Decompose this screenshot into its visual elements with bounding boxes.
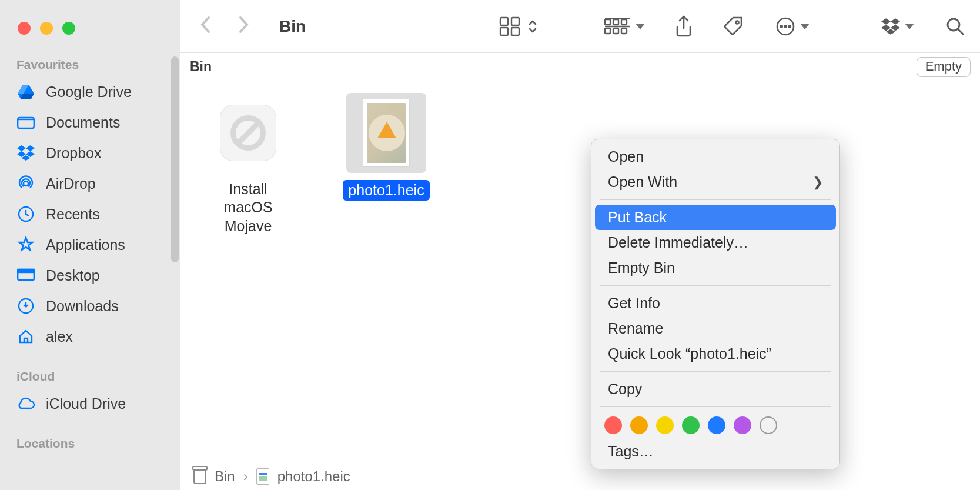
tag-color-blue[interactable] bbox=[708, 416, 725, 434]
context-menu: Open Open With❯ Put Back Delete Immediat… bbox=[591, 139, 840, 469]
prohibited-app-icon bbox=[220, 105, 276, 161]
sidebar-item-airdrop[interactable]: AirDrop bbox=[0, 168, 180, 199]
action-button[interactable] bbox=[775, 15, 810, 38]
sidebar-item-label: Documents bbox=[46, 114, 120, 131]
google-drive-icon bbox=[16, 82, 35, 101]
menu-item-label: Quick Look “photo1.heic” bbox=[608, 345, 771, 362]
close-window-button[interactable] bbox=[18, 22, 31, 35]
sidebar-item-downloads[interactable]: Downloads bbox=[0, 291, 180, 321]
dropbox-icon bbox=[16, 144, 35, 162]
share-button[interactable] bbox=[674, 15, 693, 38]
svg-point-21 bbox=[784, 25, 787, 28]
location-bar: Bin Empty bbox=[180, 53, 980, 81]
back-button[interactable] bbox=[195, 14, 217, 39]
svg-point-23 bbox=[948, 19, 959, 31]
svg-rect-9 bbox=[511, 28, 519, 35]
downloads-icon bbox=[16, 296, 35, 315]
svg-point-20 bbox=[780, 25, 782, 28]
file-thumbnail bbox=[346, 93, 426, 173]
menu-item-tags[interactable]: Tags… bbox=[595, 439, 836, 464]
menu-item-rename[interactable]: Rename bbox=[595, 316, 836, 341]
toolbar: Bin bbox=[180, 0, 980, 53]
view-icons-button[interactable] bbox=[499, 15, 538, 38]
desktop-icon bbox=[16, 266, 35, 285]
sidebar-item-label: Applications bbox=[46, 236, 125, 254]
dropbox-toolbar-button[interactable] bbox=[881, 15, 914, 38]
tag-color-green[interactable] bbox=[682, 416, 700, 434]
svg-rect-13 bbox=[613, 28, 618, 34]
menu-item-label: Put Back bbox=[608, 209, 667, 226]
maximize-window-button[interactable] bbox=[62, 22, 75, 35]
path-bar: Bin › photo1.heic bbox=[180, 462, 980, 490]
window-title: Bin bbox=[279, 17, 306, 36]
tags-button[interactable] bbox=[724, 15, 745, 38]
menu-item-label: Empty Bin bbox=[608, 259, 675, 276]
menu-item-delete-immediately[interactable]: Delete Immediately… bbox=[595, 230, 836, 255]
submenu-chevron-icon: ❯ bbox=[812, 175, 823, 190]
folder-icon bbox=[16, 113, 35, 132]
menu-separator bbox=[600, 285, 831, 286]
tag-color-purple[interactable] bbox=[734, 416, 751, 434]
sidebar-section-icloud: iCloud bbox=[0, 352, 180, 388]
file-grid[interactable]: Install macOS Mojave photo1.heic bbox=[180, 81, 980, 490]
svg-point-1 bbox=[24, 181, 28, 186]
sidebar-item-recents[interactable]: Recents bbox=[0, 199, 180, 229]
svg-rect-4 bbox=[18, 269, 34, 272]
menu-item-open[interactable]: Open bbox=[595, 144, 836, 169]
sidebar-scrollbar[interactable] bbox=[171, 56, 179, 262]
svg-rect-12 bbox=[613, 19, 618, 25]
sidebar-item-label: Dropbox bbox=[46, 145, 102, 162]
path-segment[interactable]: Bin bbox=[215, 468, 235, 485]
file-name-label: Install macOS Mojave bbox=[204, 180, 292, 235]
svg-rect-11 bbox=[605, 28, 610, 34]
sidebar-item-label: Downloads bbox=[46, 298, 119, 315]
window-controls bbox=[0, 16, 180, 40]
menu-item-label: Rename bbox=[608, 320, 664, 337]
sidebar-item-label: alex bbox=[46, 328, 73, 345]
menu-separator bbox=[600, 199, 831, 200]
file-item-install-macos-mojave[interactable]: Install macOS Mojave bbox=[204, 93, 292, 235]
main-pane: Bin bbox=[180, 0, 980, 490]
sidebar-item-google-drive[interactable]: Google Drive bbox=[0, 76, 180, 107]
menu-item-open-with[interactable]: Open With❯ bbox=[595, 169, 836, 195]
tag-color-none[interactable] bbox=[760, 416, 777, 434]
menu-item-empty-bin[interactable]: Empty Bin bbox=[595, 255, 836, 281]
path-chevron-icon: › bbox=[243, 468, 248, 485]
menu-item-label: Delete Immediately… bbox=[608, 234, 748, 251]
minimize-window-button[interactable] bbox=[40, 22, 53, 35]
tag-color-row bbox=[591, 412, 839, 439]
menu-item-get-info[interactable]: Get Info bbox=[595, 291, 836, 316]
menu-item-quick-look[interactable]: Quick Look “photo1.heic” bbox=[595, 341, 836, 366]
sidebar-item-icloud-drive[interactable]: iCloud Drive bbox=[0, 388, 180, 419]
sidebar-item-label: Recents bbox=[46, 206, 100, 223]
file-item-photo1-heic[interactable]: photo1.heic bbox=[342, 93, 430, 201]
sidebar-item-home[interactable]: alex bbox=[0, 321, 180, 352]
path-segment[interactable]: photo1.heic bbox=[277, 468, 350, 485]
menu-item-label: Tags… bbox=[608, 443, 654, 460]
forward-button[interactable] bbox=[232, 14, 255, 39]
svg-point-18 bbox=[736, 21, 739, 24]
image-file-icon bbox=[256, 468, 269, 485]
menu-item-put-back[interactable]: Put Back bbox=[595, 205, 836, 230]
tag-color-orange[interactable] bbox=[630, 416, 648, 434]
tag-color-yellow[interactable] bbox=[656, 416, 674, 434]
sidebar-item-documents[interactable]: Documents bbox=[0, 107, 180, 138]
sidebar-item-label: iCloud Drive bbox=[46, 395, 126, 412]
search-button[interactable] bbox=[946, 15, 965, 38]
menu-item-copy[interactable]: Copy bbox=[595, 376, 836, 402]
tag-color-red[interactable] bbox=[604, 416, 622, 434]
sidebar-item-label: Google Drive bbox=[46, 84, 132, 101]
sidebar-section-locations: Locations bbox=[0, 419, 180, 455]
file-thumbnail bbox=[208, 93, 288, 173]
menu-item-label: Get Info bbox=[608, 295, 660, 312]
svg-rect-6 bbox=[500, 18, 508, 25]
location-label: Bin bbox=[190, 59, 212, 75]
menu-item-label: Open bbox=[608, 148, 644, 165]
sidebar-section-favourites: Favourites bbox=[0, 40, 180, 76]
group-button[interactable] bbox=[604, 15, 645, 38]
sidebar-item-desktop[interactable]: Desktop bbox=[0, 260, 180, 291]
sidebar: Favourites Google Drive Documents Dropbo… bbox=[0, 0, 180, 490]
sidebar-item-dropbox[interactable]: Dropbox bbox=[0, 138, 180, 168]
sidebar-item-applications[interactable]: Applications bbox=[0, 229, 180, 260]
empty-bin-button[interactable]: Empty bbox=[917, 57, 971, 77]
